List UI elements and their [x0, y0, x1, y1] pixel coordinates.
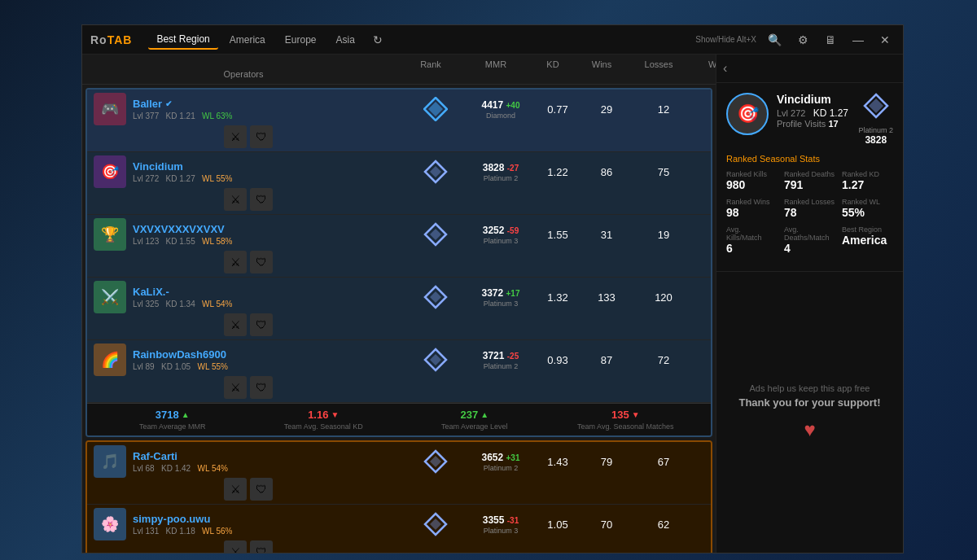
- wins-cell: 29: [582, 103, 631, 116]
- mmr-delta: +17: [506, 289, 520, 298]
- avg-value: 237 ▲: [460, 409, 488, 421]
- winrate-cell: 52%: [696, 291, 712, 304]
- player-name[interactable]: simpy-poo.uwu: [133, 513, 403, 525]
- player-details: RainbowDash6900 Lvl 89 KD 1.05 WL 55%: [133, 348, 403, 371]
- tab-best-region[interactable]: Best Region: [148, 30, 217, 50]
- kd-cell: 0.93: [533, 354, 582, 366]
- profile-info: Vincidium Lvl 272 KD 1.27 Profile Visits…: [777, 93, 850, 129]
- mmr-value: 3355 -31: [483, 514, 519, 526]
- player-stats-sub: Lvl 131 KD 1.18 WL 56%: [133, 527, 403, 536]
- stat-label: Avg. Kills/Match: [726, 225, 778, 242]
- operators-cell: ⚔ 🛡: [94, 251, 403, 273]
- operators-cell: ⚔ 🛡: [94, 313, 403, 336]
- player-name[interactable]: Raf-Carti: [133, 450, 403, 462]
- stat-value: 55%: [842, 206, 893, 219]
- player-details: Vincidium Lvl 272 KD 1.27 WL 55%: [133, 160, 403, 183]
- mmr-cell: 3721 -25 Platinum 2: [468, 350, 533, 370]
- avg-value: 1.16 ▼: [308, 409, 339, 421]
- profile-header: 🎯 Vincidium Lvl 272 KD 1.27 Profile Visi…: [726, 93, 893, 146]
- stat-block-5: Ranked WL 55%: [842, 198, 893, 219]
- stat-block-3: Ranked Wins 98: [726, 198, 778, 219]
- rank-name: Platinum 2: [484, 464, 519, 472]
- avg-label: Team Average Level: [441, 422, 507, 431]
- mmr-delta: -25: [507, 352, 519, 361]
- mmr-cell: 3652 +31 Platinum 2: [468, 452, 533, 472]
- player-name[interactable]: Baller ✔: [133, 98, 403, 110]
- player-row[interactable]: ⚔️ KaLiX.- Lvl 325 KD 1.34 WL 54% 3372 +…: [87, 278, 711, 340]
- stat-block-8: Best Region America: [842, 225, 893, 255]
- mmr-value: 3721 -25: [483, 350, 519, 361]
- operators-cell: ⚔ 🛡: [94, 540, 403, 553]
- mmr-value: 3828 -27: [483, 162, 519, 173]
- rank-icon: [423, 159, 449, 185]
- wins-cell: 87: [582, 354, 631, 366]
- winrate-cell: 61%: [696, 229, 712, 241]
- avg-label: Team Avg. Seasonal KD: [284, 422, 363, 431]
- stat-label: Ranked Kills: [726, 170, 778, 178]
- refresh-button[interactable]: ↻: [366, 30, 389, 50]
- player-row[interactable]: 🎮 Baller ✔ Lvl 377 KD 1.21 WL 63% 4417 +…: [87, 90, 711, 152]
- rank-icon: [423, 96, 449, 122]
- mmr-cell: 3252 -59 Platinum 3: [468, 225, 533, 245]
- support-line1: Ads help us keep this app free: [750, 383, 870, 393]
- player-details: simpy-poo.uwu Lvl 131 KD 1.18 WL 56%: [133, 513, 403, 536]
- back-button[interactable]: ‹: [716, 55, 903, 83]
- mmr-cell: 3355 -31 Platinum 3: [468, 514, 533, 535]
- kd-cell: 1.05: [533, 518, 582, 531]
- tab-asia[interactable]: Asia: [328, 31, 363, 49]
- avg-stat-2: 237 ▲ Team Average Level: [399, 409, 550, 431]
- avg-stat-0: 3718 ▲ Team Average MMR: [97, 409, 248, 431]
- app-logo: RoTAB: [90, 33, 132, 46]
- player-row[interactable]: 🌸 simpy-poo.uwu Lvl 131 KD 1.18 WL 56% 3…: [87, 505, 711, 553]
- operator-icon-1: ⚔: [224, 376, 247, 399]
- player-row[interactable]: 🎯 Vincidium Lvl 272 KD 1.27 WL 55% 3828 …: [87, 152, 711, 215]
- avg-arrow: ▲: [480, 410, 488, 419]
- player-avatar: 🏆: [94, 218, 126, 251]
- tab-america[interactable]: America: [221, 31, 274, 49]
- rank-icon: [423, 284, 449, 310]
- profile-level: Lvl 272 KD 1.27: [777, 107, 850, 119]
- seasonal-stats-title: Ranked Seasonal Stats: [726, 154, 893, 164]
- search-button[interactable]: 🔍: [763, 32, 786, 48]
- operator-icon-1: ⚔: [224, 251, 247, 273]
- col-winrate: Winrate: [691, 59, 716, 69]
- close-button[interactable]: ✕: [875, 32, 895, 48]
- stat-block-6: Avg. Kills/Match 6: [726, 225, 778, 255]
- team-avg-bar: 3718 ▲ Team Average MMR 1.16 ▼ Team Avg.…: [87, 403, 711, 435]
- winrate-cell: 54%: [696, 456, 712, 468]
- rank-name: Platinum 3: [484, 527, 519, 535]
- avg-value: 3718 ▲: [156, 409, 190, 421]
- losses-cell: 12: [631, 103, 696, 116]
- svg-marker-11: [430, 456, 441, 467]
- operator-icon-2: 🛡: [250, 188, 273, 211]
- minimize-button[interactable]: —: [848, 32, 869, 48]
- player-stats-sub: Lvl 377 KD 1.21 WL 63%: [133, 112, 403, 120]
- tab-europe[interactable]: Europe: [277, 31, 325, 49]
- col-mmr: MMR: [463, 59, 528, 69]
- operator-icon-1: ⚔: [224, 125, 247, 148]
- player-row[interactable]: 🎵 Raf-Carti Lvl 68 KD 1.42 WL 54% 3652 +…: [87, 442, 711, 505]
- player-details: Baller ✔ Lvl 377 KD 1.21 WL 63%: [133, 98, 403, 120]
- right-panel: ‹ 🎯 Vincidium Lvl 272 KD 1.27 Profile Vi…: [716, 55, 903, 553]
- rank-cell: [403, 511, 468, 537]
- wins-cell: 31: [582, 229, 631, 241]
- settings-button[interactable]: ⚙: [793, 32, 813, 48]
- player-row[interactable]: 🏆 VXVXVXXXVXVXV Lvl 123 KD 1.55 WL 58% 3…: [87, 215, 711, 278]
- rank-name: Diamond: [486, 112, 515, 120]
- player-stats-sub: Lvl 68 KD 1.42 WL 54%: [133, 464, 403, 473]
- player-name[interactable]: Vincidium: [133, 160, 403, 173]
- table-header: Rank MMR KD Wins Losses Winrate Operator…: [82, 55, 716, 85]
- player-info: 🌸 simpy-poo.uwu Lvl 131 KD 1.18 WL 56%: [94, 508, 403, 540]
- profile-rank-name: Platinum 2: [858, 126, 893, 134]
- mmr-delta: -59: [507, 226, 519, 235]
- rank-cell: [403, 221, 468, 247]
- monitor-button[interactable]: 🖥: [820, 32, 841, 48]
- player-name[interactable]: KaLiX.-: [133, 286, 403, 298]
- stat-label: Ranked Wins: [726, 198, 778, 206]
- player-name[interactable]: VXVXVXXXVXVXV: [133, 223, 403, 235]
- player-details: VXVXVXXXVXVXV Lvl 123 KD 1.55 WL 58%: [133, 223, 403, 246]
- stat-label: Avg. Deaths/Match: [784, 225, 835, 242]
- show-hide-label: Show/Hide Alt+X: [695, 35, 756, 44]
- player-row[interactable]: 🌈 RainbowDash6900 Lvl 89 KD 1.05 WL 55% …: [87, 340, 711, 403]
- player-name[interactable]: RainbowDash6900: [133, 348, 403, 361]
